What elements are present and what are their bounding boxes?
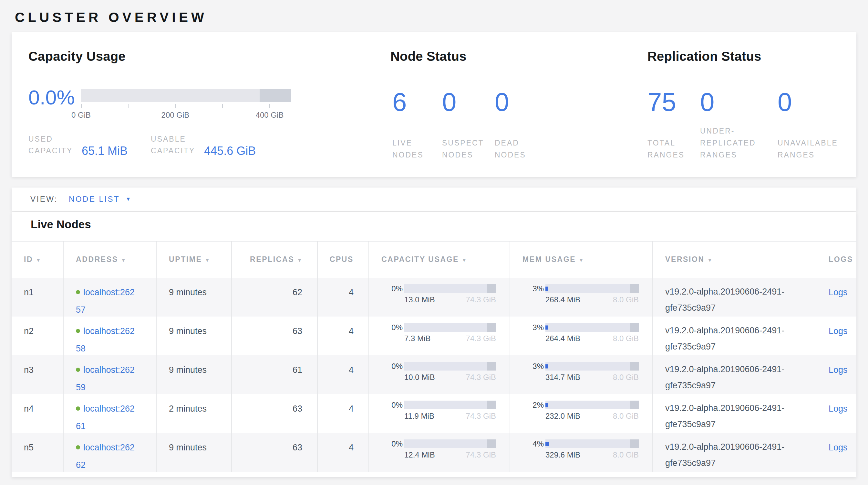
column-header-address[interactable]: ADDRESS▼ xyxy=(64,241,157,278)
usage-total-value: 74.3 GiB xyxy=(466,334,496,343)
column-header-replicas[interactable]: REPLICAS▼ xyxy=(232,241,318,278)
tick-label-200: 200 GiB xyxy=(161,111,190,120)
usage-total-value: 8.0 GiB xyxy=(613,295,639,304)
node-logs-cell: Logs xyxy=(816,355,857,394)
node-live-dot xyxy=(76,329,80,333)
view-selector[interactable]: NODE LIST xyxy=(69,195,120,204)
column-label: MEM USAGE xyxy=(523,255,576,263)
node-logs-cell: Logs xyxy=(816,317,857,355)
usage-used-value: 13.0 MiB xyxy=(404,295,435,304)
logs-link[interactable]: Logs xyxy=(829,287,848,297)
usage-used-value: 11.9 MiB xyxy=(404,412,434,420)
usage-used-value: 10.0 MiB xyxy=(404,373,435,381)
usage-percent-label: 0% xyxy=(369,323,403,332)
node-mem-usage-cell: 4% 329.6 MiB 8.0 GiB xyxy=(510,433,653,472)
table-body: n1localhost:262579 minutes624 0% 13.0 Mi… xyxy=(11,278,857,472)
usage-used-value: 232.0 MiB xyxy=(546,412,580,420)
usage-percent-label: 0% xyxy=(369,362,403,371)
usage-bar-end-segment xyxy=(630,284,639,293)
usage-bar-fill xyxy=(546,325,548,330)
logs-link[interactable]: Logs xyxy=(829,326,848,336)
node-logs-cell: Logs xyxy=(816,394,857,433)
node-row-n5: n5localhost:262629 minutes634 0% 12.4 Mi… xyxy=(11,433,857,472)
logs-link[interactable]: Logs xyxy=(829,404,848,413)
column-header-logs: LOGS xyxy=(816,241,857,278)
stat-value: 75 xyxy=(647,89,700,115)
usage-bar-end-segment xyxy=(487,284,496,293)
sort-desc-icon: ▼ xyxy=(297,257,302,263)
usage-bar-fill xyxy=(546,286,548,291)
node-replicas-cell: 63 xyxy=(232,433,318,472)
column-header-capacity-usage[interactable]: CAPACITY USAGE▼ xyxy=(369,241,510,278)
stat-label: DEAD NODES xyxy=(495,137,526,161)
usage-bar-metric: 0% 11.9 MiB 74.3 GiB xyxy=(369,401,496,420)
node-cpus-cell: 4 xyxy=(318,433,369,472)
node-uptime-cell: 9 minutes xyxy=(157,433,232,472)
usage-bar-track xyxy=(404,439,496,448)
column-label: CPUS xyxy=(330,255,353,263)
usage-used-value: 329.6 MiB xyxy=(546,451,580,459)
tick-label-0: 0 GiB xyxy=(71,111,91,120)
node-address-link[interactable]: localhost:26259 xyxy=(76,365,135,392)
node-version-cell: v19.2.0-alpha.20190606-2491-gfe735c9a97 xyxy=(653,433,816,472)
usage-bar-track xyxy=(546,362,639,371)
usage-percent-label: 0% xyxy=(369,284,403,293)
node-cpus-cell: 4 xyxy=(318,394,369,433)
column-header-mem-usage[interactable]: MEM USAGE▼ xyxy=(510,241,653,278)
usage-total-value: 8.0 GiB xyxy=(613,451,639,459)
column-label: REPLICAS xyxy=(250,255,294,263)
usage-bar-fill xyxy=(546,403,548,407)
capacity-axis-labels: 0 GiB 200 GiB 400 GiB xyxy=(81,111,291,120)
node-address-link[interactable]: localhost:26257 xyxy=(76,287,135,315)
column-label: UPTIME xyxy=(169,255,202,263)
dropdown-caret-icon[interactable]: ▼ xyxy=(126,196,131,202)
column-header-uptime[interactable]: UPTIME▼ xyxy=(157,241,232,278)
node-logs-cell: Logs xyxy=(816,433,857,472)
stat-value: 0 xyxy=(700,89,778,115)
usage-bar-metric: 0% 13.0 MiB 74.3 GiB xyxy=(369,284,496,304)
node-address-link[interactable]: localhost:26258 xyxy=(76,326,135,353)
usable-capacity-metric: USABLE CAPACITY 445.6 GiB xyxy=(151,133,256,156)
live-nodes-card: Live Nodes ID▼ADDRESS▼UPTIME▼REPLICAS▼CP… xyxy=(11,212,857,477)
node-row-n2: n2localhost:262589 minutes634 0% 7.3 MiB… xyxy=(11,317,857,355)
usage-bar-track xyxy=(404,284,496,293)
usage-percent-label: 0% xyxy=(369,439,403,448)
node-mem-usage-cell: 3% 268.4 MiB 8.0 GiB xyxy=(510,278,653,317)
usage-used-value: 264.4 MiB xyxy=(546,334,580,343)
node-address-link[interactable]: localhost:26261 xyxy=(76,404,135,431)
column-label: ADDRESS xyxy=(76,255,118,263)
node-status-stats: 6 LIVE NODES 0 SUSPECT NODES 0 DEAD NODE… xyxy=(392,89,559,161)
usage-bar-end-segment xyxy=(487,323,496,332)
logs-link[interactable]: Logs xyxy=(829,365,848,375)
node-address-link[interactable]: localhost:26262 xyxy=(76,443,135,470)
node-capacity-usage-cell: 0% 12.4 MiB 74.3 GiB xyxy=(369,433,510,472)
node-capacity-usage-cell: 0% 10.0 MiB 74.3 GiB xyxy=(369,355,510,394)
usage-percent-label: 3% xyxy=(510,323,544,332)
node-version-cell: v19.2.0-alpha.20190606-2491-gfe735c9a97 xyxy=(653,355,816,394)
column-header-id[interactable]: ID▼ xyxy=(11,241,64,278)
node-id-cell: n3 xyxy=(11,355,64,394)
node-mem-usage-cell: 3% 314.7 MiB 8.0 GiB xyxy=(510,355,653,394)
node-mem-usage-cell: 3% 264.4 MiB 8.0 GiB xyxy=(510,317,653,355)
usage-used-value: 12.4 MiB xyxy=(404,451,435,459)
usage-bar-end-segment xyxy=(630,323,639,332)
usage-total-value: 8.0 GiB xyxy=(613,373,639,381)
node-capacity-usage-cell: 0% 7.3 MiB 74.3 GiB xyxy=(369,317,510,355)
column-label: CAPACITY USAGE xyxy=(381,255,459,263)
node-live-dot xyxy=(76,406,80,411)
replication-status-stats: 75 TOTAL RANGES 0 UNDER-REPLICATED RANGE… xyxy=(647,89,863,161)
usage-total-value: 8.0 GiB xyxy=(613,412,639,420)
logs-link[interactable]: Logs xyxy=(829,443,848,452)
node-capacity-usage-cell: 0% 13.0 MiB 74.3 GiB xyxy=(369,278,510,317)
sort-desc-icon: ▼ xyxy=(35,257,41,263)
cluster-summary-card: Capacity Usage 0.0% 0 GiB 200 GiB 400 Gi… xyxy=(11,32,857,177)
column-header-version[interactable]: VERSION▼ xyxy=(653,241,816,278)
sort-desc-icon: ▼ xyxy=(121,257,126,263)
node-address-cell: localhost:26261 xyxy=(64,394,157,433)
usage-used-value: 7.3 MiB xyxy=(404,334,430,343)
column-header-cpus: CPUS xyxy=(318,241,369,278)
node-address-cell: localhost:26257 xyxy=(64,278,157,317)
usage-bar-end-segment xyxy=(630,362,639,371)
stat-value: 0 xyxy=(442,89,495,115)
node-cpus-cell: 4 xyxy=(318,355,369,394)
